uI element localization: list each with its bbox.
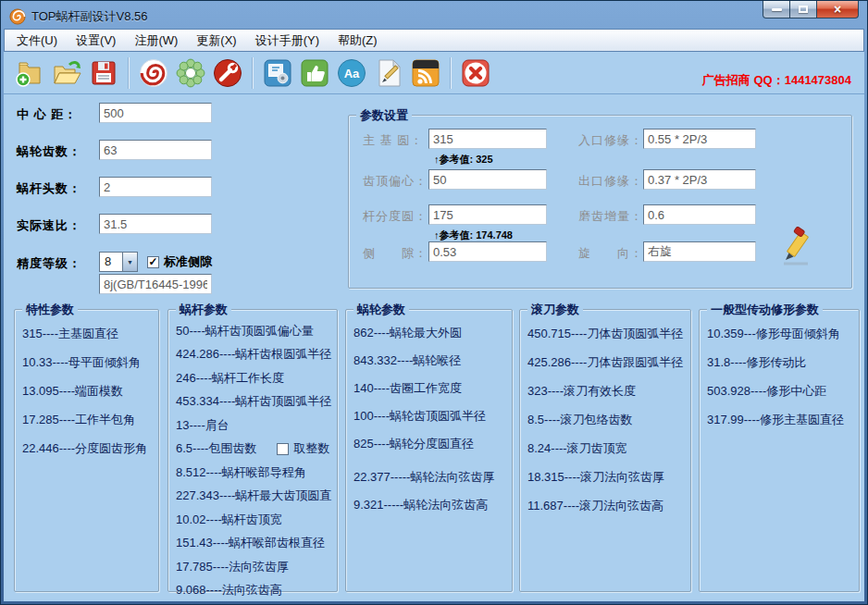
toolbar-separator bbox=[128, 57, 130, 89]
worm-pitch-circle-ref: ↑参考值: 174.748 bbox=[434, 228, 513, 242]
param-item: 9.321-----蜗轮法向弦齿高 bbox=[346, 491, 512, 519]
new-file-icon[interactable] bbox=[14, 57, 45, 89]
param-item: 100----蜗轮齿顶圆弧半径 bbox=[346, 402, 512, 430]
menu-design-manual[interactable]: 设计手册(Y) bbox=[247, 30, 328, 52]
backlash-label: 侧 隙： bbox=[363, 245, 428, 262]
param-settings-title: 参数设置 bbox=[356, 107, 412, 124]
minimize-button[interactable] bbox=[763, 1, 790, 19]
toolbar: Aa 广告招商 QQ：1441473804 bbox=[4, 52, 864, 94]
param-item: 11.687----滚刀法向弦齿高 bbox=[520, 491, 690, 520]
precision-grade-value: 8 bbox=[99, 252, 122, 272]
hand-direction-input[interactable] bbox=[643, 241, 756, 262]
param-item: 246----蜗杆工作长度 bbox=[168, 366, 337, 390]
menu-register[interactable]: 注册(W) bbox=[126, 30, 186, 52]
grinding-increment-label: 磨齿增量： bbox=[578, 208, 643, 225]
close-button[interactable]: × bbox=[816, 1, 859, 19]
param-item: 9.068----法向弦齿高 bbox=[168, 579, 337, 603]
save-icon[interactable] bbox=[88, 57, 119, 89]
spiral-icon[interactable] bbox=[138, 57, 169, 89]
menu-update[interactable]: 更新(X) bbox=[188, 30, 244, 52]
param-item: 10.33----母平面倾斜角 bbox=[15, 348, 158, 377]
exit-relief-label: 出口修缘： bbox=[578, 173, 643, 190]
main-base-circle-label: 主 基 圆： bbox=[363, 132, 423, 149]
round-integer-row: 取整数 bbox=[277, 440, 329, 457]
menu-help[interactable]: 帮助(Z) bbox=[329, 30, 386, 52]
param-item: 843.332----蜗轮喉径 bbox=[346, 347, 512, 375]
ad-text: 广告招商 QQ：1441473804 bbox=[702, 72, 851, 89]
param-item: 862----蜗轮最大外圆 bbox=[346, 319, 512, 347]
center-distance-input[interactable] bbox=[99, 103, 212, 123]
svg-text:Aa: Aa bbox=[344, 67, 360, 80]
main-base-circle-ref: ↑参考值: 325 bbox=[434, 153, 493, 167]
center-distance-label: 中 心 距： bbox=[17, 106, 77, 123]
wheel-params-title: 蜗轮参数 bbox=[353, 302, 409, 318]
titlebar: TOP蜗杆副设计V8.56 × bbox=[4, 4, 864, 29]
round-integer-label: 取整数 bbox=[293, 440, 329, 457]
menubar: 文件(U) 设置(V) 注册(W) 更新(X) 设计手册(Y) 帮助(Z) bbox=[4, 29, 864, 52]
param-item: 22.446----分度圆齿形角 bbox=[15, 434, 158, 463]
precision-grade-combobox[interactable]: 8 ▼ bbox=[99, 252, 138, 272]
cad-tool-icon[interactable] bbox=[262, 57, 293, 89]
entry-relief-input[interactable] bbox=[643, 129, 756, 149]
hob-params-groupbox: 滚刀参数 450.715----刀体齿顶圆弧半径 425.286----刀体齿跟… bbox=[519, 309, 691, 592]
param-item: 8.512----蜗杆喉部导程角 bbox=[168, 461, 337, 485]
param-item: 8.5----滚刀包络齿数 bbox=[520, 405, 690, 434]
maximize-button[interactable] bbox=[790, 1, 816, 19]
font-aa-icon[interactable]: Aa bbox=[336, 57, 367, 89]
modification-params-groupbox: 一般型传动修形参数 10.359---修形母面倾斜角 31.8----修形传动比… bbox=[699, 309, 860, 592]
app-logo-icon bbox=[9, 8, 26, 25]
param-item: 140----齿圈工作宽度 bbox=[346, 375, 512, 402]
main-content: 中 心 距： 蜗轮齿数： 蜗杆头数： 实际速比： 精度等级： 8 ▼ ✓ 标准侧… bbox=[4, 94, 864, 601]
standard-backlash-row: ✓ 标准侧隙 bbox=[147, 253, 212, 270]
backlash-input[interactable] bbox=[428, 241, 547, 262]
param-item: 13.095----端面模数 bbox=[15, 377, 158, 405]
precision-grade-label: 精度等级： bbox=[17, 255, 81, 272]
open-file-icon[interactable] bbox=[51, 57, 82, 89]
close-app-icon[interactable] bbox=[460, 57, 491, 89]
param-item: 424.286----蜗杆齿根圆弧半径 bbox=[168, 343, 337, 367]
worm-pitch-circle-input[interactable] bbox=[428, 204, 547, 225]
tip-eccentric-input[interactable] bbox=[428, 169, 547, 190]
worm-starts-input[interactable] bbox=[99, 177, 212, 197]
menu-file[interactable]: 文件(U) bbox=[8, 30, 66, 52]
rss-icon[interactable] bbox=[410, 57, 441, 89]
param-item: 8.24----滚刀齿顶宽 bbox=[520, 434, 690, 463]
param-item: 10.02----蜗杆齿顶宽 bbox=[168, 508, 337, 532]
gear-flower-icon[interactable] bbox=[175, 57, 206, 89]
thumbs-up-icon[interactable] bbox=[299, 57, 330, 89]
param-item: 13----肩台 bbox=[168, 414, 337, 438]
actual-ratio-input[interactable] bbox=[99, 214, 212, 234]
chevron-down-icon[interactable]: ▼ bbox=[122, 252, 138, 272]
param-item: 450.715----刀体齿顶圆弧半径 bbox=[520, 319, 690, 348]
param-item: 6.5----包围齿数 bbox=[176, 440, 256, 457]
param-item: 503.928----修形中心距 bbox=[700, 377, 859, 405]
minimize-icon bbox=[772, 8, 782, 11]
draft-document-icon[interactable] bbox=[373, 57, 404, 89]
hob-params-title: 滚刀参数 bbox=[527, 302, 583, 318]
wheel-teeth-input[interactable] bbox=[99, 140, 212, 160]
param-item-with-checkbox: 6.5----包围齿数 取整数 bbox=[168, 438, 337, 462]
precision-standard-input[interactable] bbox=[99, 274, 212, 294]
modification-params-title: 一般型传动修形参数 bbox=[707, 302, 823, 318]
worm-params-title: 蜗杆参数 bbox=[176, 302, 231, 318]
maximize-icon bbox=[799, 6, 808, 13]
edit-pencil-icon[interactable] bbox=[776, 227, 815, 269]
param-item: 31.8----修形传动比 bbox=[700, 348, 859, 377]
param-item: 50----蜗杆齿顶圆弧偏心量 bbox=[168, 319, 337, 343]
param-item: 317.99----修形主基圆直径 bbox=[700, 405, 859, 434]
standard-backlash-checkbox[interactable]: ✓ bbox=[147, 256, 159, 268]
menu-settings[interactable]: 设置(V) bbox=[68, 30, 124, 52]
worm-params-groupbox: 蜗杆参数 50----蜗杆齿顶圆弧偏心量 424.286----蜗杆齿根圆弧半径… bbox=[167, 309, 338, 592]
param-item: 10.359---修形母面倾斜角 bbox=[700, 319, 859, 348]
param-item: 17.785----法向弦齿厚 bbox=[168, 555, 337, 579]
wheel-params-groupbox: 蜗轮参数 862----蜗轮最大外圆 843.332----蜗轮喉径 140--… bbox=[345, 309, 513, 592]
exit-relief-input[interactable] bbox=[643, 169, 756, 190]
toolbar-separator bbox=[450, 57, 452, 89]
grinding-increment-input[interactable] bbox=[643, 204, 756, 225]
toolbar-separator bbox=[252, 57, 254, 89]
round-integer-checkbox[interactable] bbox=[277, 443, 289, 455]
param-item: 227.343----蜗杆最大齿顶圆直 bbox=[168, 485, 337, 509]
main-base-circle-input[interactable] bbox=[428, 129, 547, 149]
wrench-icon[interactable] bbox=[212, 57, 243, 89]
characteristic-params-groupbox: 特性参数 315----主基圆直径 10.33----母平面倾斜角 13.095… bbox=[14, 309, 159, 592]
